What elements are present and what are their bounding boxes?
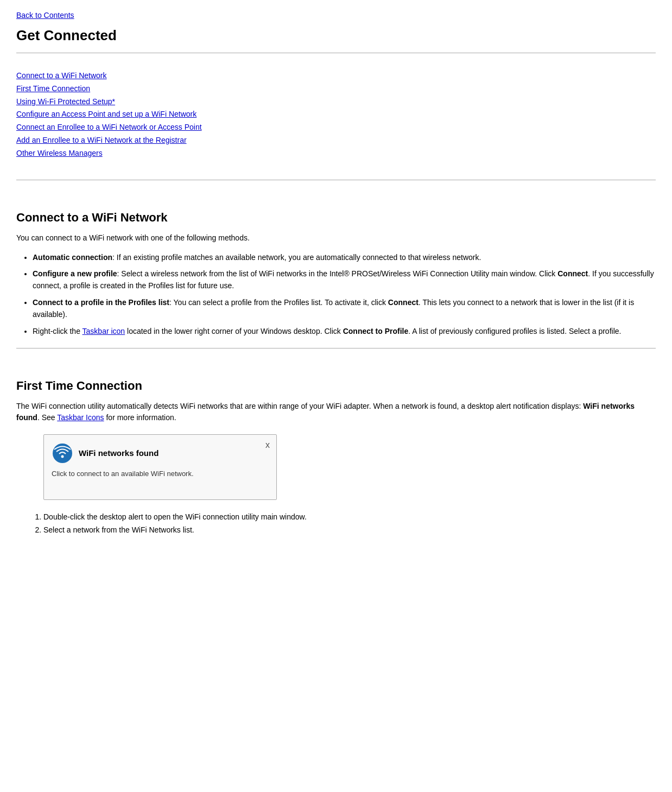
- connect-wifi-section: Connect to a WiFi Network You can connec…: [16, 211, 656, 337]
- notification-screenshot-wrapper: x WiFi networks found Click to co: [43, 434, 656, 500]
- bullet-right-click-text3: . A list of previously configured profil…: [408, 327, 621, 335]
- toc-link-wps[interactable]: Using Wi-Fi Protected Setup*: [16, 96, 656, 109]
- connect-intro-text: You can connect to a WiFi network with o…: [16, 232, 656, 244]
- step-1: Double-click the desktop alert to open t…: [43, 511, 656, 524]
- bullet-new-profile-text1: : Select a wireless network from the lis…: [117, 269, 558, 278]
- wifi-notification-icon: [52, 442, 73, 464]
- taskbar-icons-link[interactable]: Taskbar Icons: [57, 413, 104, 422]
- toc-link-connect-enrollee[interactable]: Connect an Enrollee to a WiFi Network or…: [16, 121, 656, 134]
- toc-link-connect-wifi[interactable]: Connect to a WiFi Network: [16, 69, 656, 83]
- page-title: Get Connected: [16, 27, 656, 44]
- first-time-text2: . See: [37, 413, 57, 422]
- step-1-text: Double-click the desktop alert to open t…: [43, 512, 307, 521]
- toc-link-first-time[interactable]: First Time Connection: [16, 83, 656, 96]
- notification-title-text: WiFi networks found: [79, 448, 159, 458]
- taskbar-icon-link[interactable]: Taskbar icon: [83, 327, 125, 335]
- bullet-profiles-connect: Connect: [388, 298, 419, 307]
- notification-close-icon: x: [265, 440, 270, 450]
- connect-bullets-list: Automatic connection: If an existing pro…: [33, 251, 656, 337]
- bullet-new-profile: Configure a new profile: Select a wirele…: [33, 268, 656, 292]
- step-2: Select a network from the WiFi Networks …: [43, 524, 656, 537]
- bullet-automatic-bold: Automatic connection: [33, 253, 112, 262]
- bullet-new-profile-bold: Configure a new profile: [33, 269, 117, 278]
- bullet-automatic: Automatic connection: If an existing pro…: [33, 251, 656, 263]
- bullet-profiles-list: Connect to a profile in the Profiles lis…: [33, 296, 656, 321]
- divider-toc-end: [16, 180, 656, 180]
- notification-box: x WiFi networks found Click to co: [43, 434, 277, 500]
- bullet-new-profile-connect: Connect: [557, 269, 588, 278]
- svg-point-1: [61, 455, 64, 458]
- first-time-para: The WiFi connection utility automaticall…: [16, 401, 656, 423]
- step-2-text: Select a network from the WiFi Networks …: [43, 525, 194, 534]
- first-time-text3: for more information.: [104, 413, 176, 422]
- toc-link-other-managers[interactable]: Other Wireless Managers: [16, 147, 656, 160]
- bullet-right-click-text2: located in the lower right corner of you…: [125, 327, 343, 335]
- notification-header: WiFi networks found: [52, 442, 269, 464]
- divider-top: [16, 53, 656, 53]
- table-of-contents: Connect to a WiFi Network First Time Con…: [16, 62, 656, 171]
- bullet-right-click: Right-click the Taskbar icon located in …: [33, 325, 656, 337]
- toc-link-configure-ap[interactable]: Configure an Access Point and set up a W…: [16, 108, 656, 121]
- first-time-text1: The WiFi connection utility automaticall…: [16, 402, 583, 410]
- first-time-section: First Time Connection The WiFi connectio…: [16, 379, 656, 537]
- first-time-steps-list: Double-click the desktop alert to open t…: [43, 511, 656, 537]
- bullet-profiles-text1: : You can select a profile from the Prof…: [169, 298, 388, 307]
- toc-link-add-enrollee[interactable]: Add an Enrollee to a WiFi Network at the…: [16, 134, 656, 147]
- first-time-heading: First Time Connection: [16, 379, 656, 393]
- notification-subtitle-text: Click to connect to an available WiFi ne…: [52, 470, 269, 478]
- bullet-automatic-text: : If an existing profile matches an avai…: [112, 253, 481, 262]
- connect-wifi-heading: Connect to a WiFi Network: [16, 211, 656, 225]
- back-to-contents-link[interactable]: Back to Contents: [16, 11, 74, 20]
- divider-connect-end: [16, 348, 656, 349]
- bullet-right-click-bold: Connect to Profile: [343, 327, 409, 335]
- bullet-right-click-text1: Right-click the: [33, 327, 83, 335]
- bullet-profiles-bold: Connect to a profile in the Profiles lis…: [33, 298, 169, 307]
